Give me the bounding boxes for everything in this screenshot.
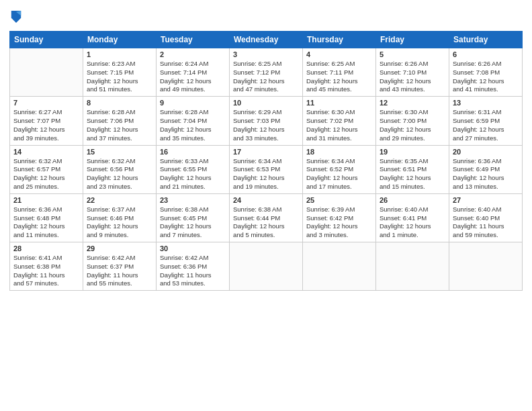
day-info: Sunrise: 6:34 AMSunset: 6:52 PMDaylight:… xyxy=(306,157,372,191)
day-number: 14 xyxy=(13,148,79,156)
day-number: 28 xyxy=(13,244,79,253)
logo xyxy=(9,9,22,27)
day-number: 23 xyxy=(160,196,226,204)
weekday-header: Thursday xyxy=(303,32,376,48)
weekday-header: Friday xyxy=(376,32,449,48)
day-info: Sunrise: 6:25 AMSunset: 7:12 PMDaylight:… xyxy=(233,60,299,94)
calendar-cell: 18Sunrise: 6:34 AMSunset: 6:52 PMDayligh… xyxy=(303,145,376,193)
day-number: 17 xyxy=(233,148,299,156)
calendar-cell xyxy=(10,48,83,97)
calendar-cell xyxy=(376,242,449,291)
day-number: 26 xyxy=(380,196,445,204)
calendar-cell: 5Sunrise: 6:26 AMSunset: 7:10 PMDaylight… xyxy=(376,48,449,97)
page: SundayMondayTuesdayWednesdayThursdayFrid… xyxy=(0,0,532,411)
day-info: Sunrise: 6:36 AMSunset: 6:48 PMDaylight:… xyxy=(13,205,79,240)
calendar-week-row: 21Sunrise: 6:36 AMSunset: 6:48 PMDayligh… xyxy=(10,193,523,242)
day-number: 3 xyxy=(233,50,299,58)
day-info: Sunrise: 6:23 AMSunset: 7:15 PMDaylight:… xyxy=(87,60,152,94)
day-info: Sunrise: 6:37 AMSunset: 6:46 PMDaylight:… xyxy=(87,205,152,240)
calendar-week-row: 14Sunrise: 6:32 AMSunset: 6:57 PMDayligh… xyxy=(10,145,523,193)
calendar-cell: 10Sunrise: 6:29 AMSunset: 7:03 PMDayligh… xyxy=(230,97,303,145)
calendar-cell: 19Sunrise: 6:35 AMSunset: 6:51 PMDayligh… xyxy=(376,145,449,193)
calendar-cell: 26Sunrise: 6:40 AMSunset: 6:41 PMDayligh… xyxy=(376,193,449,242)
day-number: 1 xyxy=(87,50,152,58)
day-info: Sunrise: 6:32 AMSunset: 6:56 PMDaylight:… xyxy=(87,157,152,191)
calendar-week-row: 28Sunrise: 6:41 AMSunset: 6:38 PMDayligh… xyxy=(10,242,523,291)
weekday-header: Tuesday xyxy=(157,32,230,48)
day-info: Sunrise: 6:30 AMSunset: 7:00 PMDaylight:… xyxy=(380,108,445,142)
calendar-cell: 1Sunrise: 6:23 AMSunset: 7:15 PMDaylight… xyxy=(83,48,157,97)
day-number: 16 xyxy=(160,148,226,156)
calendar-cell: 13Sunrise: 6:31 AMSunset: 6:59 PMDayligh… xyxy=(449,97,523,145)
day-number: 6 xyxy=(453,50,519,58)
day-info: Sunrise: 6:29 AMSunset: 7:03 PMDaylight:… xyxy=(233,108,299,142)
day-info: Sunrise: 6:32 AMSunset: 6:57 PMDaylight:… xyxy=(13,157,79,191)
day-info: Sunrise: 6:27 AMSunset: 7:07 PMDaylight:… xyxy=(13,108,79,142)
calendar-cell: 21Sunrise: 6:36 AMSunset: 6:48 PMDayligh… xyxy=(10,193,83,242)
day-number: 5 xyxy=(380,50,445,58)
day-number: 2 xyxy=(160,50,226,58)
day-number: 4 xyxy=(306,50,372,58)
day-number: 15 xyxy=(87,148,152,156)
day-number: 20 xyxy=(453,148,519,156)
calendar-cell: 15Sunrise: 6:32 AMSunset: 6:56 PMDayligh… xyxy=(83,145,157,193)
day-number: 10 xyxy=(233,99,299,107)
day-number: 9 xyxy=(160,99,226,107)
day-number: 22 xyxy=(87,196,152,204)
calendar-cell: 8Sunrise: 6:28 AMSunset: 7:06 PMDaylight… xyxy=(83,97,157,145)
logo-icon xyxy=(10,9,22,24)
calendar-cell: 12Sunrise: 6:30 AMSunset: 7:00 PMDayligh… xyxy=(376,97,449,145)
day-number: 18 xyxy=(306,148,372,156)
day-number: 13 xyxy=(453,99,519,107)
calendar-cell xyxy=(230,242,303,291)
day-number: 7 xyxy=(13,99,79,107)
calendar-cell: 6Sunrise: 6:26 AMSunset: 7:08 PMDaylight… xyxy=(449,48,523,97)
day-number: 24 xyxy=(233,196,299,204)
day-info: Sunrise: 6:34 AMSunset: 6:53 PMDaylight:… xyxy=(233,157,299,191)
day-info: Sunrise: 6:41 AMSunset: 6:38 PMDaylight:… xyxy=(13,254,79,288)
weekday-header: Sunday xyxy=(10,32,83,48)
day-info: Sunrise: 6:40 AMSunset: 6:40 PMDaylight:… xyxy=(453,205,519,240)
calendar-cell: 3Sunrise: 6:25 AMSunset: 7:12 PMDaylight… xyxy=(230,48,303,97)
calendar-cell xyxy=(303,242,376,291)
calendar-cell: 28Sunrise: 6:41 AMSunset: 6:38 PMDayligh… xyxy=(10,242,83,291)
calendar-cell: 30Sunrise: 6:42 AMSunset: 6:36 PMDayligh… xyxy=(157,242,230,291)
calendar-week-row: 1Sunrise: 6:23 AMSunset: 7:15 PMDaylight… xyxy=(10,48,523,97)
calendar-cell: 27Sunrise: 6:40 AMSunset: 6:40 PMDayligh… xyxy=(449,193,523,242)
weekday-header: Saturday xyxy=(449,32,523,48)
day-info: Sunrise: 6:38 AMSunset: 6:45 PMDaylight:… xyxy=(160,205,226,240)
day-number: 21 xyxy=(13,196,79,204)
day-number: 19 xyxy=(380,148,445,156)
day-number: 12 xyxy=(380,99,445,107)
calendar-cell: 7Sunrise: 6:27 AMSunset: 7:07 PMDaylight… xyxy=(10,97,83,145)
calendar-cell: 9Sunrise: 6:28 AMSunset: 7:04 PMDaylight… xyxy=(157,97,230,145)
calendar-cell: 16Sunrise: 6:33 AMSunset: 6:55 PMDayligh… xyxy=(157,145,230,193)
day-info: Sunrise: 6:24 AMSunset: 7:14 PMDaylight:… xyxy=(160,60,226,94)
day-info: Sunrise: 6:31 AMSunset: 6:59 PMDaylight:… xyxy=(453,108,519,142)
day-info: Sunrise: 6:42 AMSunset: 6:37 PMDaylight:… xyxy=(87,254,152,288)
day-info: Sunrise: 6:42 AMSunset: 6:36 PMDaylight:… xyxy=(160,254,226,288)
calendar-cell: 24Sunrise: 6:38 AMSunset: 6:44 PMDayligh… xyxy=(230,193,303,242)
calendar-cell: 20Sunrise: 6:36 AMSunset: 6:49 PMDayligh… xyxy=(449,145,523,193)
day-number: 8 xyxy=(87,99,152,107)
weekday-header: Wednesday xyxy=(230,32,303,48)
calendar-cell: 4Sunrise: 6:25 AMSunset: 7:11 PMDaylight… xyxy=(303,48,376,97)
day-number: 11 xyxy=(306,99,372,107)
day-number: 29 xyxy=(87,244,152,253)
day-number: 25 xyxy=(306,196,372,204)
day-info: Sunrise: 6:35 AMSunset: 6:51 PMDaylight:… xyxy=(380,157,445,191)
calendar-cell: 14Sunrise: 6:32 AMSunset: 6:57 PMDayligh… xyxy=(10,145,83,193)
day-info: Sunrise: 6:28 AMSunset: 7:06 PMDaylight:… xyxy=(87,108,152,142)
calendar-week-row: 7Sunrise: 6:27 AMSunset: 7:07 PMDaylight… xyxy=(10,97,523,145)
day-info: Sunrise: 6:40 AMSunset: 6:41 PMDaylight:… xyxy=(380,205,445,240)
day-info: Sunrise: 6:38 AMSunset: 6:44 PMDaylight:… xyxy=(233,205,299,240)
day-info: Sunrise: 6:25 AMSunset: 7:11 PMDaylight:… xyxy=(306,60,372,94)
calendar-cell: 25Sunrise: 6:39 AMSunset: 6:42 PMDayligh… xyxy=(303,193,376,242)
day-number: 27 xyxy=(453,196,519,204)
calendar-cell: 22Sunrise: 6:37 AMSunset: 6:46 PMDayligh… xyxy=(83,193,157,242)
calendar-table: SundayMondayTuesdayWednesdayThursdayFrid… xyxy=(9,31,523,291)
day-info: Sunrise: 6:36 AMSunset: 6:49 PMDaylight:… xyxy=(453,157,519,191)
day-info: Sunrise: 6:39 AMSunset: 6:42 PMDaylight:… xyxy=(306,205,372,240)
calendar-header-row: SundayMondayTuesdayWednesdayThursdayFrid… xyxy=(10,32,523,48)
calendar-cell: 2Sunrise: 6:24 AMSunset: 7:14 PMDaylight… xyxy=(157,48,230,97)
